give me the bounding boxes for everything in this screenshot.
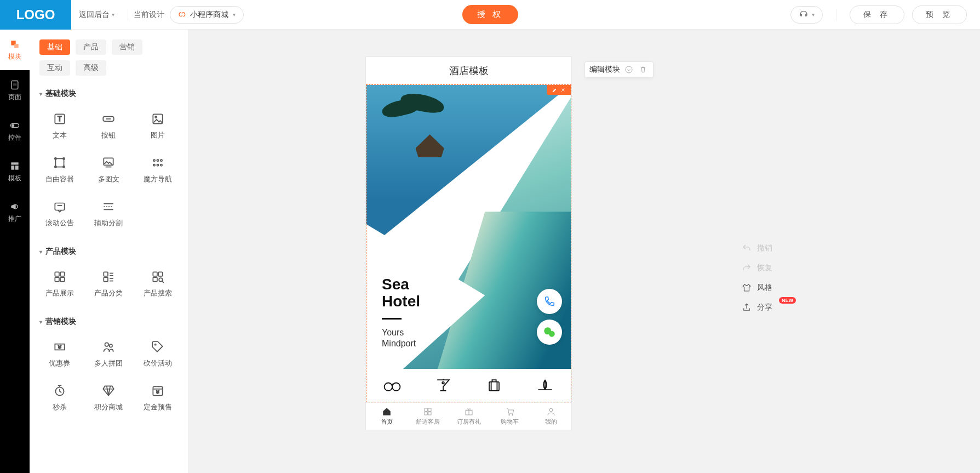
grid-dots-icon xyxy=(151,156,165,170)
redo-button[interactable]: 恢复 xyxy=(742,263,772,273)
chevron-down-icon: ▾ xyxy=(112,12,114,18)
comp-deposit-presale[interactable]: ¥定金预售 xyxy=(133,377,182,421)
rail-controls[interactable]: 控件 xyxy=(0,111,30,151)
megaphone-icon xyxy=(9,201,20,212)
svg-point-60 xyxy=(384,383,392,391)
support-button[interactable]: ▾ xyxy=(790,6,823,24)
rail-label: 页面 xyxy=(8,93,21,102)
save-button[interactable]: 保 存 xyxy=(850,5,904,24)
template-icon xyxy=(9,161,20,172)
svg-rect-38 xyxy=(104,272,108,276)
toggle-icon xyxy=(9,120,20,131)
svg-rect-35 xyxy=(60,272,65,276)
comp-label: 优惠券 xyxy=(49,358,70,368)
comp-product-display[interactable]: 产品展示 xyxy=(35,263,84,307)
float-wechat-button[interactable] xyxy=(537,320,562,345)
bargain-icon xyxy=(151,340,165,354)
phone-icon xyxy=(543,295,555,307)
delete-button[interactable] xyxy=(638,64,649,75)
text-icon: T xyxy=(53,112,67,126)
undo-button[interactable]: 撤销 xyxy=(742,243,772,253)
topbar-right: ▾ 保 存 预 览 xyxy=(790,5,980,24)
rail-label: 模板 xyxy=(8,174,21,183)
tab-mine[interactable]: 我的 xyxy=(530,403,571,430)
comp-scroll-notice[interactable]: 滚动公告 xyxy=(35,193,84,237)
tab-cart[interactable]: 购物车 xyxy=(489,403,530,430)
tab-advanced[interactable]: 高级 xyxy=(76,60,106,76)
tab-label: 舒适客房 xyxy=(416,418,440,426)
tab-interactive[interactable]: 互动 xyxy=(39,60,70,76)
comp-flash-sale[interactable]: 秒杀 xyxy=(35,377,84,421)
comp-product-search[interactable]: 产品搜索 xyxy=(133,263,182,307)
comp-divider[interactable]: 辅助分割 xyxy=(84,193,134,237)
divider xyxy=(836,9,836,21)
authorize-button[interactable]: 授 权 xyxy=(462,5,518,24)
feature-icons xyxy=(366,369,571,402)
hero-title-line2: Hotel xyxy=(382,293,485,310)
comp-label: 砍价活动 xyxy=(144,358,172,368)
share-button[interactable]: 分享NEW xyxy=(742,303,772,312)
phone-tabbar: 首页 舒适客房 订房有礼 购物车 我的 xyxy=(366,402,571,430)
new-badge: NEW xyxy=(779,297,796,304)
preview-button[interactable]: 预 览 xyxy=(912,5,967,24)
comp-button[interactable]: 按钮 xyxy=(84,105,134,149)
svg-rect-37 xyxy=(60,277,65,282)
comp-bargain[interactable]: 砍价活动 xyxy=(133,333,182,377)
comp-group-buy[interactable]: 多人拼团 xyxy=(84,333,134,377)
section-marketing-header[interactable]: ▾营销模块 xyxy=(30,309,188,331)
comp-multi-image-text[interactable]: 多图文 xyxy=(84,149,134,193)
svg-point-27 xyxy=(157,164,159,166)
tab-marketing[interactable]: 营销 xyxy=(112,39,142,55)
grid-icon xyxy=(423,407,433,417)
comp-label: 滚动公告 xyxy=(45,218,74,228)
sailboat-icon xyxy=(535,377,555,394)
divider-icon xyxy=(101,200,116,214)
selected-module[interactable]: Sea Hotel Yours Mindport xyxy=(366,84,571,402)
comp-points-mall[interactable]: 积分商城 xyxy=(84,377,134,421)
comp-free-container[interactable]: 自由容器 xyxy=(35,149,84,193)
svg-point-72 xyxy=(549,408,553,412)
tab-label: 购物车 xyxy=(501,418,519,426)
design-selector[interactable]: 小程序商城 ▾ xyxy=(170,6,244,24)
page-icon xyxy=(9,79,20,90)
float-phone-button[interactable] xyxy=(537,289,562,314)
section-basic-header[interactable]: ▾基础模块 xyxy=(30,81,188,103)
rail-templates[interactable]: 模板 xyxy=(0,151,30,192)
svg-rect-36 xyxy=(55,277,59,282)
svg-rect-8 xyxy=(11,166,14,170)
comp-product-category[interactable]: 产品分类 xyxy=(84,263,134,307)
rail-promote[interactable]: 推广 xyxy=(0,192,30,232)
tab-booking[interactable]: 订房有礼 xyxy=(448,403,489,430)
comp-image[interactable]: 图片 xyxy=(133,105,182,149)
style-button[interactable]: 风格 xyxy=(742,283,772,293)
gallery-icon xyxy=(101,156,116,170)
tab-basic[interactable]: 基础 xyxy=(39,39,70,55)
gift-icon xyxy=(464,407,474,417)
edit-handle[interactable] xyxy=(547,85,571,95)
rail-pages[interactable]: 页面 xyxy=(0,70,30,111)
tab-home[interactable]: 首页 xyxy=(366,403,407,430)
comp-text[interactable]: T文本 xyxy=(35,105,84,149)
cocktail-icon xyxy=(433,377,453,394)
section-basic-grid: T文本 按钮 图片 自由容器 多图文 魔方导航 滚动公告 辅助分割 xyxy=(30,103,188,239)
section-product-header[interactable]: ▾产品模块 xyxy=(30,239,188,261)
tab-product[interactable]: 产品 xyxy=(76,39,106,55)
svg-text:¥: ¥ xyxy=(156,389,159,395)
svg-text:¥: ¥ xyxy=(58,344,61,350)
rail-modules[interactable]: 模块 xyxy=(0,30,30,70)
tab-rooms[interactable]: 舒适客房 xyxy=(407,403,448,430)
hero-image: Sea Hotel Yours Mindport xyxy=(366,85,571,402)
back-to-admin-button[interactable]: 返回后台 ▾ xyxy=(71,0,122,30)
comp-coupon[interactable]: ¥优惠券 xyxy=(35,333,84,377)
comp-cube-nav[interactable]: 魔方导航 xyxy=(133,149,182,193)
svg-rect-46 xyxy=(153,277,157,282)
comp-label: 产品展示 xyxy=(45,288,74,298)
canvas[interactable]: 酒店模板 编辑模块 Sea Hotel Yours xyxy=(188,30,980,473)
comp-label: 积分商城 xyxy=(94,402,123,412)
product-grid-icon xyxy=(53,270,67,284)
tool-label: 分享 xyxy=(757,303,772,312)
caret-down-icon: ▾ xyxy=(39,319,42,325)
svg-rect-64 xyxy=(425,408,427,411)
move-down-button[interactable] xyxy=(623,64,634,75)
edit-module-label[interactable]: 编辑模块 xyxy=(589,65,620,75)
